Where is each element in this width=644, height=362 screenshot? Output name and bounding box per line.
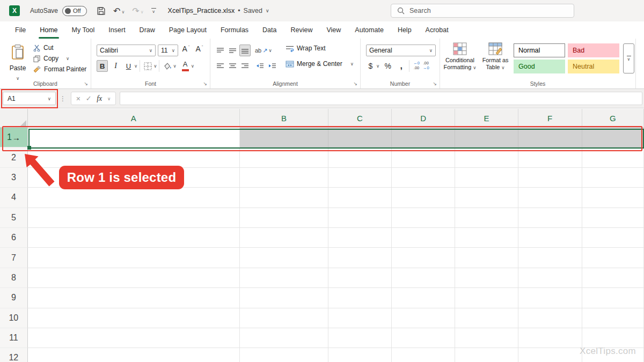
undo-button[interactable]: ↶ ∨ [113, 6, 125, 16]
search-input[interactable]: Search [391, 4, 574, 18]
chevron-down-icon[interactable]: ∨ [173, 63, 176, 69]
tab-formulas[interactable]: Formulas [214, 21, 255, 39]
wrap-text-button[interactable]: Wrap Text [286, 45, 326, 52]
cell-C6[interactable] [328, 228, 392, 248]
cell-G12[interactable] [582, 348, 644, 362]
tab-page-layout[interactable]: Page Layout [162, 21, 214, 39]
chevron-down-icon[interactable]: ∨ [191, 63, 194, 69]
shrink-font-button[interactable]: Aˇ [194, 45, 205, 56]
document-title[interactable]: XcelTips_Practice.xlsx • Saved ∨ [168, 7, 269, 14]
row-header-7[interactable]: 7 [0, 248, 28, 268]
cell-C8[interactable] [328, 268, 392, 288]
style-good[interactable]: Good [514, 60, 565, 73]
align-middle-button[interactable] [227, 45, 238, 56]
cell-G7[interactable] [582, 248, 644, 268]
cell-G8[interactable] [582, 268, 644, 288]
cell-G1[interactable] [582, 128, 644, 147]
row-header-12[interactable]: 12 [0, 348, 28, 362]
cell-D9[interactable] [392, 288, 455, 308]
row-header-3[interactable]: 3 [0, 168, 28, 188]
cell-F1[interactable] [518, 128, 582, 147]
cell-B1[interactable] [240, 128, 328, 147]
cell-C9[interactable] [328, 288, 392, 308]
decrease-decimal-button[interactable]: .00 →0 [421, 61, 431, 70]
cell-F9[interactable] [518, 288, 582, 308]
customize-toolbar-button[interactable]: ∨ [151, 8, 156, 14]
cell-E8[interactable] [455, 268, 518, 288]
cell-A10[interactable] [28, 308, 240, 328]
row-header-5[interactable]: 5 [0, 208, 28, 228]
cell-F12[interactable] [518, 348, 582, 362]
cell-F6[interactable] [518, 228, 582, 248]
cell-A1[interactable] [28, 128, 240, 147]
increase-decimal-button[interactable]: ←0 .00 [412, 61, 421, 70]
tab-review[interactable]: Review [283, 21, 319, 39]
redo-button[interactable]: ↷ ∨ [132, 6, 143, 16]
cell-B7[interactable] [240, 248, 328, 268]
tab-insert[interactable]: Insert [101, 21, 132, 39]
name-box[interactable]: A1 ∨ [3, 92, 56, 105]
cell-C10[interactable] [328, 308, 392, 328]
cell-A4[interactable] [28, 188, 240, 208]
row-header-10[interactable]: 10 [0, 308, 28, 328]
cell-D1[interactable] [392, 128, 455, 147]
save-button[interactable] [97, 6, 106, 16]
cell-F5[interactable] [518, 208, 582, 228]
column-header-D[interactable]: D [392, 109, 455, 128]
chevron-down-icon[interactable]: ∨ [153, 63, 157, 69]
merge-center-button[interactable]: Merge & Center ∨ [286, 60, 354, 68]
grip-dots-icon[interactable]: ⋮ [60, 95, 66, 102]
cell-C12[interactable] [328, 348, 392, 362]
cell-G9[interactable] [582, 288, 644, 308]
cell-D12[interactable] [392, 348, 455, 362]
row-header-11[interactable]: 11 [0, 328, 28, 348]
cell-A7[interactable] [28, 248, 240, 268]
cell-A6[interactable] [28, 228, 240, 248]
font-dialog-launcher-icon[interactable]: ↘ [203, 82, 207, 86]
cell-A8[interactable] [28, 268, 240, 288]
cell-A11[interactable] [28, 328, 240, 348]
cell-A2[interactable] [28, 147, 240, 167]
increase-indent-button[interactable] [267, 60, 278, 72]
select-all-corner[interactable] [0, 109, 28, 128]
formula-input[interactable] [120, 92, 642, 105]
chevron-down-icon[interactable]: ∨ [350, 61, 354, 67]
cell-C4[interactable] [328, 188, 392, 208]
enter-button[interactable]: ✓ [86, 94, 92, 102]
tab-automate[interactable]: Automate [348, 21, 391, 39]
chevron-down-icon[interactable]: ∨ [134, 63, 137, 69]
tab-data[interactable]: Data [255, 21, 283, 39]
row-header-8[interactable]: 8 [0, 268, 28, 288]
orientation-button[interactable]: ab↗ [255, 45, 267, 56]
row-header-1[interactable]: 1→ [0, 128, 28, 147]
decrease-indent-button[interactable] [254, 60, 266, 72]
cell-E12[interactable] [455, 348, 518, 362]
cell-C5[interactable] [328, 208, 392, 228]
cell-D5[interactable] [392, 208, 455, 228]
cell-G10[interactable] [582, 308, 644, 328]
cell-D10[interactable] [392, 308, 455, 328]
cell-A3[interactable] [28, 168, 240, 188]
cell-G2[interactable] [582, 147, 644, 167]
italic-button[interactable]: I [110, 60, 121, 72]
row-header-9[interactable]: 9 [0, 288, 28, 308]
tab-home[interactable]: Home [33, 21, 64, 39]
conditional-formatting-button[interactable]: ConditionalFormatting ∨ [443, 42, 477, 71]
tab-file[interactable]: File [8, 21, 33, 39]
underline-button[interactable]: U [123, 60, 134, 72]
cell-D4[interactable] [392, 188, 455, 208]
cell-E9[interactable] [455, 288, 518, 308]
column-header-B[interactable]: B [240, 109, 328, 128]
style-bad[interactable]: Bad [568, 43, 619, 57]
number-format-combo[interactable]: General ∨ [366, 45, 436, 56]
cell-B9[interactable] [240, 288, 328, 308]
chevron-down-icon[interactable]: ∨ [121, 10, 125, 16]
cut-button[interactable]: Cut [33, 44, 86, 51]
column-header-A[interactable]: A [28, 109, 240, 128]
chevron-down-icon[interactable]: ∨ [268, 48, 272, 53]
column-header-F[interactable]: F [518, 109, 582, 128]
style-neutral[interactable]: Neutral [568, 60, 619, 73]
grow-font-button[interactable]: Aˆ [180, 45, 192, 56]
chevron-down-icon[interactable]: ∨ [376, 63, 379, 69]
cell-D7[interactable] [392, 248, 455, 268]
